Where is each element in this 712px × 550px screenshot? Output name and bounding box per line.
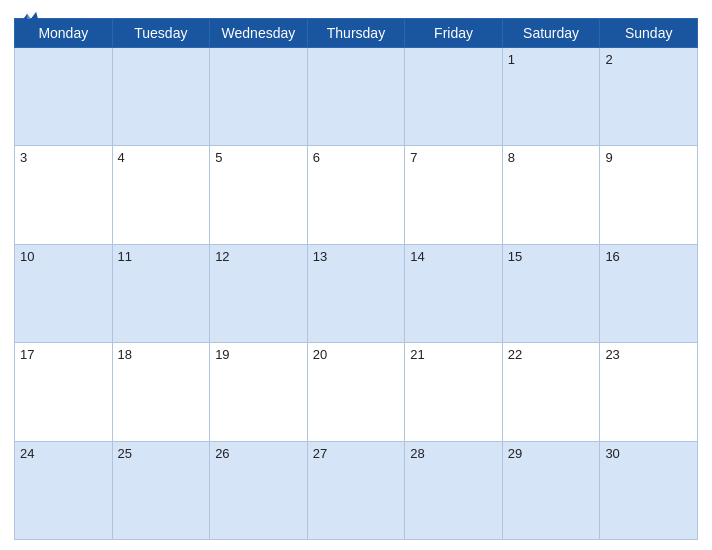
weekday-friday: Friday — [405, 19, 503, 48]
day-number: 16 — [605, 249, 619, 264]
svg-marker-1 — [27, 14, 31, 19]
day-number: 13 — [313, 249, 327, 264]
calendar-day-5: 5 — [210, 146, 308, 244]
empty-cell — [307, 48, 405, 146]
day-number: 7 — [410, 150, 417, 165]
logo-bird-icon — [14, 10, 42, 30]
calendar-day-4: 4 — [112, 146, 210, 244]
calendar-week-3: 10111213141516 — [15, 244, 698, 342]
weekday-thursday: Thursday — [307, 19, 405, 48]
day-number: 6 — [313, 150, 320, 165]
calendar-week-4: 17181920212223 — [15, 343, 698, 441]
calendar-day-21: 21 — [405, 343, 503, 441]
calendar-day-18: 18 — [112, 343, 210, 441]
calendar-header — [14, 10, 698, 14]
calendar-week-2: 3456789 — [15, 146, 698, 244]
calendar-day-9: 9 — [600, 146, 698, 244]
day-number: 2 — [605, 52, 612, 67]
calendar-day-25: 25 — [112, 441, 210, 539]
calendar-day-15: 15 — [502, 244, 600, 342]
day-number: 4 — [118, 150, 125, 165]
weekday-header-row: MondayTuesdayWednesdayThursdayFridaySatu… — [15, 19, 698, 48]
calendar-day-1: 1 — [502, 48, 600, 146]
day-number: 5 — [215, 150, 222, 165]
calendar-day-17: 17 — [15, 343, 113, 441]
calendar-day-12: 12 — [210, 244, 308, 342]
day-number: 17 — [20, 347, 34, 362]
day-number: 28 — [410, 446, 424, 461]
calendar-day-13: 13 — [307, 244, 405, 342]
day-number: 30 — [605, 446, 619, 461]
day-number: 8 — [508, 150, 515, 165]
calendar-day-3: 3 — [15, 146, 113, 244]
day-number: 1 — [508, 52, 515, 67]
calendar-day-27: 27 — [307, 441, 405, 539]
day-number: 9 — [605, 150, 612, 165]
day-number: 10 — [20, 249, 34, 264]
empty-cell — [15, 48, 113, 146]
day-number: 15 — [508, 249, 522, 264]
svg-marker-0 — [18, 12, 40, 28]
weekday-saturday: Saturday — [502, 19, 600, 48]
day-number: 20 — [313, 347, 327, 362]
empty-cell — [405, 48, 503, 146]
calendar-day-20: 20 — [307, 343, 405, 441]
day-number: 18 — [118, 347, 132, 362]
day-number: 29 — [508, 446, 522, 461]
calendar-day-6: 6 — [307, 146, 405, 244]
calendar-day-16: 16 — [600, 244, 698, 342]
weekday-tuesday: Tuesday — [112, 19, 210, 48]
logo — [14, 10, 45, 30]
calendar-day-28: 28 — [405, 441, 503, 539]
day-number: 27 — [313, 446, 327, 461]
calendar-day-7: 7 — [405, 146, 503, 244]
calendar-day-30: 30 — [600, 441, 698, 539]
calendar-day-19: 19 — [210, 343, 308, 441]
day-number: 26 — [215, 446, 229, 461]
calendar-day-2: 2 — [600, 48, 698, 146]
day-number: 11 — [118, 249, 132, 264]
day-number: 23 — [605, 347, 619, 362]
day-number: 21 — [410, 347, 424, 362]
calendar-day-26: 26 — [210, 441, 308, 539]
calendar-week-1: 12 — [15, 48, 698, 146]
day-number: 24 — [20, 446, 34, 461]
day-number: 19 — [215, 347, 229, 362]
day-number: 12 — [215, 249, 229, 264]
day-number: 14 — [410, 249, 424, 264]
calendar-day-8: 8 — [502, 146, 600, 244]
day-number: 3 — [20, 150, 27, 165]
calendar-day-29: 29 — [502, 441, 600, 539]
day-number: 25 — [118, 446, 132, 461]
empty-cell — [210, 48, 308, 146]
calendar-table: MondayTuesdayWednesdayThursdayFridaySatu… — [14, 18, 698, 540]
empty-cell — [112, 48, 210, 146]
calendar-day-22: 22 — [502, 343, 600, 441]
calendar-day-24: 24 — [15, 441, 113, 539]
calendar-day-23: 23 — [600, 343, 698, 441]
day-number: 22 — [508, 347, 522, 362]
calendar-day-14: 14 — [405, 244, 503, 342]
calendar-week-5: 24252627282930 — [15, 441, 698, 539]
weekday-wednesday: Wednesday — [210, 19, 308, 48]
weekday-sunday: Sunday — [600, 19, 698, 48]
calendar-day-10: 10 — [15, 244, 113, 342]
calendar-day-11: 11 — [112, 244, 210, 342]
